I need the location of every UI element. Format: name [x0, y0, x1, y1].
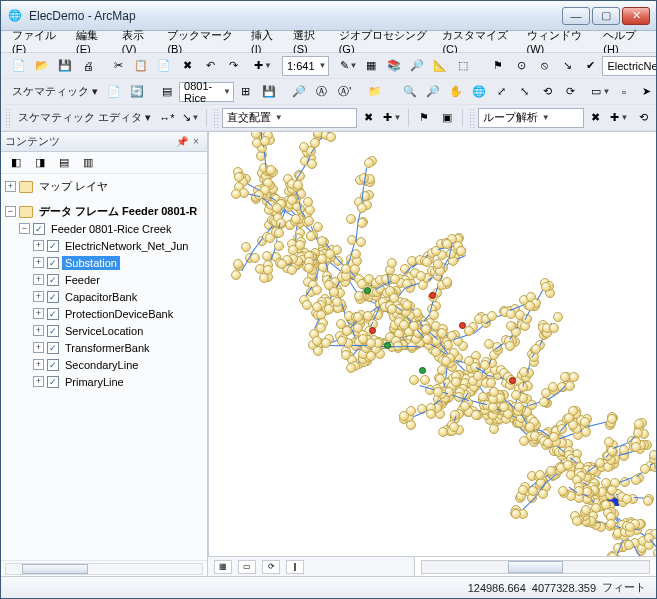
scale-combo[interactable]: 1:641▼	[282, 56, 329, 76]
schematic-edit-button[interactable]: ↘▼	[179, 107, 202, 129]
redo-button[interactable]: ↷	[222, 55, 244, 77]
maximize-button[interactable]: ▢	[592, 7, 620, 25]
expand-toggle[interactable]: −	[5, 206, 16, 217]
network-solve-button[interactable]: ✔	[579, 55, 601, 77]
tree-node-maplayers[interactable]: + マップ レイヤ	[5, 178, 205, 195]
table-button[interactable]: ▦	[360, 55, 382, 77]
checkbox[interactable]: ✓	[47, 359, 59, 371]
schematic-search-button[interactable]: 🔎	[288, 81, 310, 103]
fixed-zoomout-button[interactable]: ⤡	[514, 81, 536, 103]
editor-toolbar-button[interactable]: ✎▼	[337, 55, 359, 77]
checkbox[interactable]: ✓	[47, 257, 59, 269]
full-extent-button[interactable]: 🌐	[468, 81, 490, 103]
open-file-button[interactable]: 📂	[31, 55, 53, 77]
checkbox[interactable]: ✓	[47, 308, 59, 320]
model-button[interactable]: ⬚	[452, 55, 474, 77]
select-elements-button[interactable]: ➤	[636, 81, 656, 103]
schematic-id-button[interactable]: Ⓐ	[311, 81, 333, 103]
network-barrier-button[interactable]: ⦸	[533, 55, 555, 77]
next-extent-button[interactable]: ⟳	[560, 81, 582, 103]
add-data-button[interactable]: ✚▼	[252, 55, 274, 77]
expand-toggle[interactable]: −	[19, 223, 30, 234]
data-view-tab[interactable]: ▦	[214, 560, 232, 574]
catalog-button[interactable]: 📚	[383, 55, 405, 77]
delete-button[interactable]: ✖	[176, 55, 198, 77]
checkbox[interactable]: ✓	[47, 240, 59, 252]
checkbox[interactable]: ✓	[47, 325, 59, 337]
arcpy-button[interactable]: 📐	[429, 55, 451, 77]
fixed-zoomin-button[interactable]: ⤢	[491, 81, 513, 103]
new-file-button[interactable]: 📄	[8, 55, 30, 77]
pause-button[interactable]: ‖	[286, 560, 304, 574]
expand-toggle[interactable]: +	[33, 359, 44, 370]
close-button[interactable]: ✕	[622, 7, 650, 25]
checkbox[interactable]: ✓	[47, 376, 59, 388]
pan-button[interactable]: ✋	[445, 81, 467, 103]
expand-toggle[interactable]: +	[33, 325, 44, 336]
minimize-button[interactable]: —	[562, 7, 590, 25]
layout-apply-button[interactable]: ✖	[358, 107, 380, 129]
expand-toggle[interactable]: +	[33, 308, 44, 319]
paste-button[interactable]: 📄	[153, 55, 175, 77]
cut-button[interactable]: ✂	[107, 55, 129, 77]
checkbox[interactable]: ✓	[47, 274, 59, 286]
close-icon[interactable]: ×	[189, 135, 203, 149]
tree-node-layer[interactable]: + ✓ ServiceLocation	[33, 322, 205, 339]
schematic-move-button[interactable]: ↔*	[156, 107, 178, 129]
trace-combo[interactable]: ループ解析▼	[478, 108, 584, 128]
layout-view-tab[interactable]: ▭	[238, 560, 256, 574]
toolbar-grip[interactable]	[5, 108, 11, 128]
copy-button[interactable]: 📋	[130, 55, 152, 77]
tree-node-layer[interactable]: + ✓ ElectricNetwork_Net_Jun	[33, 237, 205, 254]
print-button[interactable]: 🖨	[77, 55, 99, 77]
search-button[interactable]: 🔎	[406, 55, 428, 77]
trace-clear-button[interactable]: ⟲	[632, 107, 654, 129]
trace-opt-button[interactable]: ✚▼	[608, 107, 631, 129]
expand-toggle[interactable]: +	[5, 181, 16, 192]
schematic-save-button[interactable]: 💾	[258, 81, 280, 103]
checkbox[interactable]: ✓	[33, 223, 45, 235]
toc-list-mode-3[interactable]: ▤	[53, 152, 75, 174]
schematic-prop-button[interactable]: ⊞	[235, 81, 257, 103]
save-button[interactable]: 💾	[54, 55, 76, 77]
map-hscroll[interactable]	[421, 560, 650, 574]
expand-toggle[interactable]: +	[33, 257, 44, 268]
expand-toggle[interactable]: +	[33, 376, 44, 387]
tree-node-layer[interactable]: + ✓ PrimaryLine	[33, 373, 205, 390]
toc-list-mode-2[interactable]: ◨	[29, 152, 51, 174]
feeder-combo[interactable]: Feeder 0801-Rice …▼	[179, 82, 234, 102]
pin-icon[interactable]: 📌	[175, 135, 189, 149]
tree-node-layer[interactable]: + ✓ ProtectionDeviceBank	[33, 305, 205, 322]
schematic-aux-button[interactable]: Ⓐ'	[334, 81, 356, 103]
refresh-button[interactable]: ⟳	[262, 560, 280, 574]
clear-selected-button[interactable]: ▫	[613, 81, 635, 103]
trace-run-button[interactable]: ✖	[585, 107, 607, 129]
tree-node-layer[interactable]: + ✓ Substation	[33, 254, 205, 271]
schematic-folder-button[interactable]: 📁	[364, 81, 386, 103]
tree-node-layer[interactable]: + ✓ CapacitorBank	[33, 288, 205, 305]
toolbar-grip[interactable]	[213, 108, 219, 128]
schematic-update-button[interactable]: 🔄	[126, 81, 148, 103]
layout-root-button[interactable]: ⚑	[413, 107, 435, 129]
tree-node-layer[interactable]: + ✓ SecondaryLine	[33, 356, 205, 373]
tree-node-layer[interactable]: + ✓ TransformerBank	[33, 339, 205, 356]
tree-node-layer[interactable]: + ✓ Feeder	[33, 271, 205, 288]
select-features-button[interactable]: ▭▼	[590, 81, 612, 103]
checkbox[interactable]: ✓	[47, 291, 59, 303]
network-flag-button[interactable]: ⚑	[487, 55, 509, 77]
tree-node-dataframe[interactable]: − データ フレーム Feeder 0801-R	[5, 203, 205, 220]
checkbox[interactable]: ✓	[47, 342, 59, 354]
map-canvas[interactable]	[208, 132, 656, 556]
toolbar-grip[interactable]	[469, 108, 475, 128]
expand-toggle[interactable]: +	[33, 240, 44, 251]
toc-tree[interactable]: + マップ レイヤ − データ フレーム Feeder 0801-R	[1, 174, 207, 560]
schematic-menu[interactable]: スケマティック ▾	[8, 84, 102, 99]
expand-toggle[interactable]: +	[33, 342, 44, 353]
tree-node-feeder-group[interactable]: − ✓ Feeder 0801-Rice Creek	[19, 220, 205, 237]
layout-combo[interactable]: 直交配置▼	[222, 108, 357, 128]
zoom-out-button[interactable]: 🔎	[422, 81, 444, 103]
undo-button[interactable]: ↶	[199, 55, 221, 77]
layout-align-button[interactable]: ✚▼	[381, 107, 404, 129]
schematic-generate-button[interactable]: 📄	[103, 81, 125, 103]
toc-list-mode-1[interactable]: ◧	[5, 152, 27, 174]
